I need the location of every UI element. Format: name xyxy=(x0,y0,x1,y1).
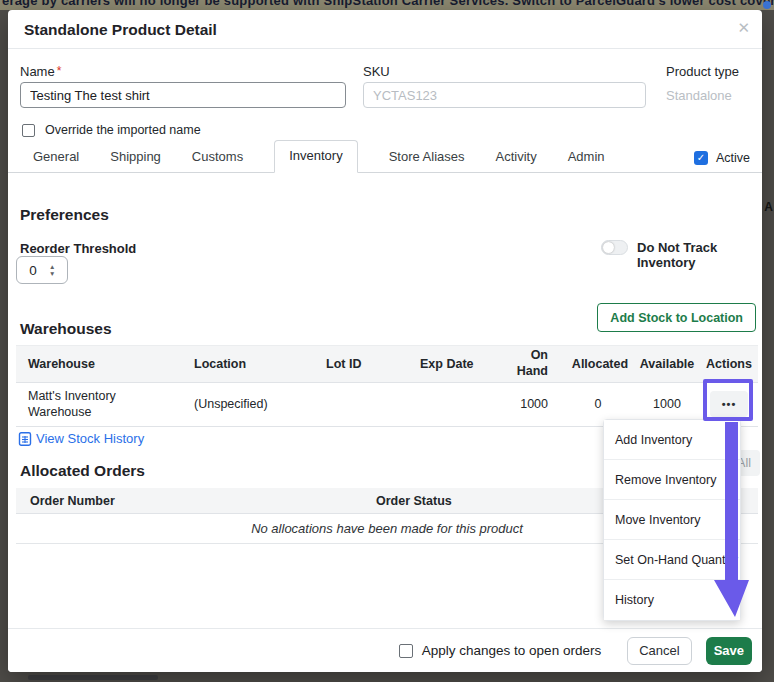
add-stock-to-location-button[interactable]: Add Stock to Location xyxy=(597,303,756,332)
active-checkbox[interactable]: ✓ xyxy=(694,151,708,165)
name-field[interactable] xyxy=(20,82,346,108)
do-not-track-label: Do Not Track Inventory xyxy=(637,240,762,270)
menu-item-history[interactable]: History xyxy=(604,580,740,620)
toggle-knob xyxy=(603,242,614,253)
cell-on-hand: 1000 xyxy=(504,397,562,411)
stepper-down-icon[interactable]: ▼ xyxy=(49,271,55,277)
view-stock-history-link[interactable]: View Stock History xyxy=(18,431,144,446)
screen: erage by carriers will no longer be supp… xyxy=(0,0,774,682)
col-exp-date: Exp Date xyxy=(408,357,504,371)
page-behind-text-fragment: A xyxy=(764,200,773,214)
banner-text: erage by carriers will no longer be supp… xyxy=(0,0,774,8)
col-actions: Actions xyxy=(700,357,758,371)
save-button[interactable]: Save xyxy=(706,637,752,665)
name-label: Name* xyxy=(20,64,61,79)
page-behind-bottom-fragment xyxy=(28,675,158,680)
sku-field[interactable] xyxy=(363,82,646,108)
col-allocated: Allocated xyxy=(562,357,634,371)
col-location: Location xyxy=(184,357,322,371)
modal-title: Standalone Product Detail xyxy=(24,21,217,39)
tab-inventory[interactable]: Inventory xyxy=(274,140,357,173)
apply-changes-checkbox[interactable] xyxy=(399,644,413,658)
cancel-button[interactable]: Cancel xyxy=(627,637,691,665)
tab-general[interactable]: General xyxy=(33,149,79,173)
override-name-checkbox[interactable] xyxy=(22,124,35,137)
col-on-hand: On Hand xyxy=(504,348,562,379)
reorder-threshold-label: Reorder Threshold xyxy=(20,241,136,256)
sku-label: SKU xyxy=(363,64,390,79)
override-name-label: Override the imported name xyxy=(45,123,201,137)
actions-context-menu: Add Inventory Remove Inventory Move Inve… xyxy=(603,419,741,621)
col-order-status: Order Status xyxy=(368,494,452,508)
reorder-threshold-stepper: ▲ ▼ xyxy=(16,256,68,284)
do-not-track-toggle[interactable] xyxy=(601,240,628,255)
banner-info-icon xyxy=(763,1,771,9)
warehouse-table: Warehouse Location Lot ID Exp Date On Ha… xyxy=(16,345,758,427)
modal-footer: Apply changes to open orders Cancel Save xyxy=(8,628,762,672)
product-detail-modal: Standalone Product Detail ✕ Name* SKU Pr… xyxy=(8,10,762,672)
close-icon[interactable]: ✕ xyxy=(737,19,750,37)
col-lot-id: Lot ID xyxy=(322,357,408,371)
override-name-checkbox-row: Override the imported name xyxy=(22,123,201,137)
product-type-label: Product type xyxy=(666,64,739,79)
warehouse-table-header: Warehouse Location Lot ID Exp Date On Ha… xyxy=(16,345,758,383)
menu-item-set-on-hand-quantity[interactable]: Set On-Hand Quantity xyxy=(604,540,740,580)
menu-item-add-inventory[interactable]: Add Inventory xyxy=(604,420,740,460)
reorder-threshold-input[interactable] xyxy=(17,263,49,278)
page-top-banner: erage by carriers will no longer be supp… xyxy=(0,0,774,10)
preferences-heading: Preferences xyxy=(20,206,109,224)
warehouses-heading: Warehouses xyxy=(20,320,112,338)
tab-admin[interactable]: Admin xyxy=(568,149,605,173)
cell-location: (Unspecified) xyxy=(184,397,322,411)
tab-store-aliases[interactable]: Store Aliases xyxy=(389,149,465,173)
active-checkbox-label: Active xyxy=(716,151,750,165)
cell-available: 1000 xyxy=(634,397,700,411)
product-type-value: Standalone xyxy=(666,88,732,103)
cell-warehouse: Matt's Inventory Warehouse xyxy=(28,383,140,426)
row-actions-menu-button[interactable]: ••• xyxy=(710,391,748,417)
allocated-orders-heading: Allocated Orders xyxy=(20,462,145,480)
cell-allocated: 0 xyxy=(562,397,634,411)
tab-bar: General Shipping Customs Inventory Store… xyxy=(8,144,762,173)
modal-header: Standalone Product Detail ✕ xyxy=(8,10,762,49)
stock-history-document-icon xyxy=(18,432,32,446)
apply-changes-label: Apply changes to open orders xyxy=(422,643,601,658)
name-label-text: Name xyxy=(20,64,55,79)
col-order-number: Order Number xyxy=(16,494,368,508)
col-warehouse: Warehouse xyxy=(16,357,184,371)
col-available: Available xyxy=(634,357,700,371)
stepper-up-icon[interactable]: ▲ xyxy=(49,264,55,270)
view-stock-history-label: View Stock History xyxy=(36,431,144,446)
menu-item-move-inventory[interactable]: Move Inventory xyxy=(604,500,740,540)
menu-item-remove-inventory[interactable]: Remove Inventory xyxy=(604,460,740,500)
tab-customs[interactable]: Customs xyxy=(192,149,243,173)
tab-activity[interactable]: Activity xyxy=(496,149,537,173)
required-asterisk: * xyxy=(57,64,62,78)
tab-shipping[interactable]: Shipping xyxy=(110,149,161,173)
